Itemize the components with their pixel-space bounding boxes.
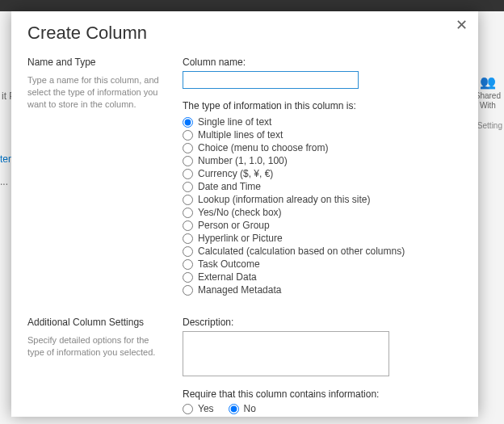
require-label: Yes bbox=[198, 403, 214, 414]
bg-settings-frag: Setting bbox=[477, 121, 502, 130]
column-type-option[interactable]: Hyperlink or Picture bbox=[183, 233, 465, 244]
shared-with-command[interactable]: 👥 Shared With bbox=[475, 74, 501, 111]
column-type-label: Hyperlink or Picture bbox=[198, 233, 283, 244]
column-type-radio[interactable] bbox=[183, 195, 193, 205]
column-type-radio[interactable] bbox=[183, 208, 193, 218]
column-type-label: Calculated (calculation based on other c… bbox=[198, 246, 405, 257]
section-additional-settings: Additional Column Settings Specify detai… bbox=[27, 312, 465, 417]
column-type-radio[interactable] bbox=[183, 156, 193, 166]
column-name-input[interactable] bbox=[183, 71, 359, 89]
column-type-radio[interactable] bbox=[183, 117, 193, 128]
dialog-scroll-area[interactable]: Name and Type Type a name for this colum… bbox=[11, 52, 478, 417]
column-type-label: Multiple lines of text bbox=[198, 129, 283, 141]
column-type-radio[interactable] bbox=[183, 130, 193, 141]
column-type-label: Task Outcome bbox=[198, 258, 260, 270]
column-type-label: Person or Group bbox=[198, 220, 270, 231]
column-type-label: Currency ($, ¥, €) bbox=[198, 168, 273, 179]
require-radio[interactable] bbox=[183, 404, 193, 414]
column-type-label: Date and Time bbox=[198, 181, 261, 192]
require-label: No bbox=[244, 403, 256, 414]
dialog-title: Create Column bbox=[11, 11, 478, 52]
column-type-radio[interactable] bbox=[183, 182, 193, 192]
column-type-option[interactable]: Person or Group bbox=[183, 220, 465, 231]
additional-heading: Additional Column Settings bbox=[27, 317, 168, 328]
column-type-option[interactable]: Managed Metadata bbox=[183, 284, 465, 296]
description-textarea[interactable] bbox=[183, 331, 389, 376]
column-type-option[interactable]: Date and Time bbox=[183, 181, 465, 192]
column-type-option[interactable]: Lookup (information already on this site… bbox=[183, 194, 465, 205]
create-column-dialog: ✕ Create Column Name and Type Type a nam… bbox=[11, 11, 478, 417]
require-prompt: Require that this column contains inform… bbox=[183, 388, 465, 400]
require-option[interactable]: No bbox=[229, 403, 256, 414]
name-type-heading: Name and Type bbox=[27, 57, 168, 68]
column-type-option[interactable]: Multiple lines of text bbox=[183, 129, 465, 141]
people-icon: 👥 bbox=[475, 74, 501, 90]
column-type-radio[interactable] bbox=[183, 259, 193, 270]
column-type-label: Single line of text bbox=[198, 116, 271, 128]
type-prompt: The type of information in this column i… bbox=[183, 100, 465, 111]
bg-text-dots: ... bbox=[0, 176, 8, 187]
name-type-help: Type a name for this column, and select … bbox=[27, 74, 168, 111]
additional-help: Specify detailed options for the type of… bbox=[27, 334, 168, 359]
column-type-radio[interactable] bbox=[183, 246, 193, 257]
column-type-label: Yes/No (check box) bbox=[198, 207, 282, 218]
description-label: Description: bbox=[183, 317, 465, 328]
column-type-option[interactable]: External Data bbox=[183, 271, 465, 283]
require-radio[interactable] bbox=[229, 404, 239, 414]
top-bar bbox=[0, 0, 504, 11]
column-type-label: Choice (menu to choose from) bbox=[198, 142, 328, 153]
column-type-radio[interactable] bbox=[183, 220, 193, 231]
column-type-label: External Data bbox=[198, 271, 257, 283]
column-type-option[interactable]: Number (1, 1.0, 100) bbox=[183, 155, 465, 166]
column-type-option[interactable]: Currency ($, ¥, €) bbox=[183, 168, 465, 179]
column-type-option[interactable]: Task Outcome bbox=[183, 258, 465, 270]
column-type-radio[interactable] bbox=[183, 143, 193, 153]
column-type-label: Managed Metadata bbox=[198, 284, 281, 296]
shared-with-label: Shared With bbox=[475, 91, 501, 110]
close-icon[interactable]: ✕ bbox=[452, 16, 470, 34]
column-type-radio[interactable] bbox=[183, 233, 193, 244]
column-type-radio[interactable] bbox=[183, 272, 193, 283]
column-type-radio[interactable] bbox=[183, 169, 193, 179]
column-type-label: Lookup (information already on this site… bbox=[198, 194, 370, 205]
require-option[interactable]: Yes bbox=[183, 403, 214, 414]
column-type-option[interactable]: Single line of text bbox=[183, 116, 465, 128]
column-type-label: Number (1, 1.0, 100) bbox=[198, 155, 288, 166]
section-name-and-type: Name and Type Type a name for this colum… bbox=[27, 52, 465, 312]
column-type-option[interactable]: Calculated (calculation based on other c… bbox=[183, 246, 465, 257]
column-name-label: Column name: bbox=[183, 57, 465, 68]
column-type-option[interactable]: Choice (menu to choose from) bbox=[183, 142, 465, 153]
column-type-radio[interactable] bbox=[183, 285, 193, 296]
column-type-option[interactable]: Yes/No (check box) bbox=[183, 207, 465, 218]
